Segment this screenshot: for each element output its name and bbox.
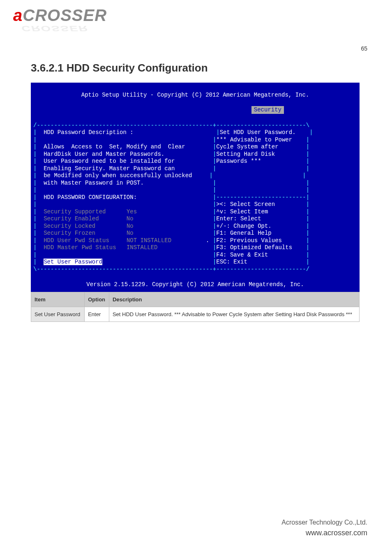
bios-row3-val: No bbox=[127, 230, 134, 236]
bios-desc3: User Password need to be installed for bbox=[44, 158, 175, 164]
bios-key9: ESC: Exit bbox=[216, 259, 247, 265]
page-footer: Acrosser Technology Co.,Ltd. www.acrosse… bbox=[281, 518, 367, 539]
bios-key7: F3: Optimized Defaults bbox=[216, 244, 292, 251]
bios-row0-label: Security Supported bbox=[44, 208, 106, 215]
page-number: 65 bbox=[361, 45, 367, 52]
bios-key4: +/-: Change Opt. bbox=[216, 223, 271, 229]
logo-letter-a: a bbox=[13, 6, 23, 24]
footer-url: www.acrosser.com bbox=[281, 527, 367, 539]
bios-key6: F2: Previous Values bbox=[216, 237, 282, 244]
bios-footer: Version 2.15.1229. Copyright (C) 2012 Am… bbox=[31, 280, 360, 290]
td-desc: Set HDD User Password. *** Advisable to … bbox=[109, 307, 359, 322]
th-option: Option bbox=[85, 292, 109, 307]
bios-tab-security: Security bbox=[251, 106, 284, 114]
th-item: Item bbox=[31, 292, 85, 307]
bios-key8: F4: Save & Exit bbox=[216, 252, 268, 258]
options-table: Item Option Description Set User Passwor… bbox=[31, 292, 360, 322]
bios-row2-val: No bbox=[127, 223, 134, 229]
bios-row4-label: HDD User Pwd Status bbox=[44, 237, 109, 244]
bios-tabline: Security bbox=[31, 106, 360, 115]
bios-body: /---------------------------------------… bbox=[31, 122, 360, 273]
bios-row0-val: Yes bbox=[127, 208, 137, 215]
bios-row5-label: HDD Master Pwd Status bbox=[44, 244, 116, 251]
bios-key2: ^v: Select Item bbox=[216, 208, 268, 215]
bios-row4-val: NOT INSTALLED bbox=[127, 237, 171, 244]
logo-rest: CROSSER bbox=[23, 6, 107, 24]
bios-hdd-desc-title: HDD Password Description : bbox=[44, 129, 133, 136]
table-header-row: Item Option Description bbox=[31, 292, 360, 307]
bios-header: Aptio Setup Utility - Copyright (C) 2012… bbox=[31, 90, 360, 99]
bios-row2-label: Security Locked bbox=[44, 223, 95, 229]
bios-desc2: HardDisk User and Master Passwords. bbox=[44, 151, 164, 157]
table-row: Set User Password Enter Set HDD User Pas… bbox=[31, 307, 360, 322]
bios-desc1: Allows Access to Set, Modify and Clear bbox=[44, 143, 185, 150]
bios-row1-val: No bbox=[127, 215, 134, 222]
bios-row3-label: Security Frozen bbox=[44, 230, 95, 236]
bios-selected-item[interactable]: Set User Password bbox=[44, 259, 102, 265]
bios-help-l3: Cycle System after bbox=[216, 143, 278, 150]
logo: aCROSSER CROSSER bbox=[13, 6, 107, 35]
bios-help-l4: Setting Hard Disk bbox=[216, 151, 275, 157]
logo-shadow: CROSSER bbox=[21, 24, 107, 32]
bios-desc4: Enabling Security. Master Password can bbox=[44, 165, 175, 172]
bios-cfg-title: HDD PASSWORD CONFIGURATION: bbox=[44, 194, 137, 201]
td-option: Enter bbox=[85, 307, 109, 322]
bios-desc6: with Master Password in POST. bbox=[44, 180, 144, 186]
bios-key5: F1: General Help bbox=[216, 230, 271, 236]
td-item: Set User Password bbox=[31, 307, 85, 322]
bios-screenshot: Aptio Setup Utility - Copyright (C) 2012… bbox=[31, 83, 360, 304]
footer-company: Acrosser Technology Co.,Ltd. bbox=[281, 518, 367, 527]
th-desc: Description bbox=[109, 292, 359, 307]
bios-row5-val: INSTALLED bbox=[127, 244, 158, 251]
bios-row1-label: Security Enabled bbox=[44, 215, 99, 222]
bios-help-l5: Passwords *** bbox=[216, 158, 261, 164]
bios-help-l1: Set HDD User Password. bbox=[220, 129, 296, 136]
bios-key1: ><: Select Screen bbox=[216, 201, 275, 208]
bios-help-l2: *** Advisable to Power bbox=[216, 136, 292, 143]
section-title: 3.6.2.1 HDD Security Configuration bbox=[31, 62, 360, 74]
bios-desc5: be Modified only when successfully unloc… bbox=[44, 172, 192, 179]
main-section: 3.6.2.1 HDD Security Configuration Aptio… bbox=[31, 62, 360, 304]
bios-key3: Enter: Select bbox=[216, 215, 261, 222]
